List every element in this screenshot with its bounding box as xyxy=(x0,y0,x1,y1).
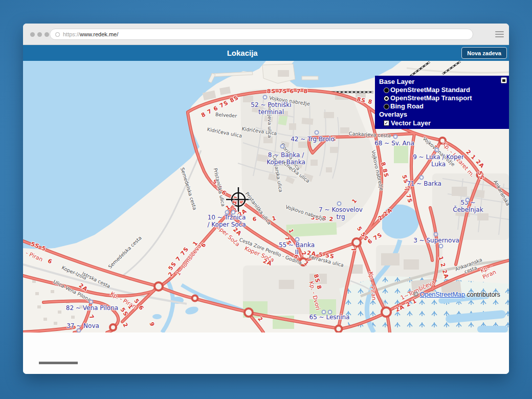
base-layer-label: OpenStreetMap Transport xyxy=(390,94,472,102)
url-scheme: https:// xyxy=(63,31,80,37)
site-icon xyxy=(55,32,60,37)
overlay-options: ✓Vector Layer xyxy=(378,119,509,127)
attribution-copyright: © xyxy=(413,291,418,298)
base-layer-label: OpenStreetMap Standard xyxy=(390,86,470,94)
radio-icon[interactable] xyxy=(384,87,389,93)
page-footer xyxy=(23,332,509,374)
hamburger-icon xyxy=(495,31,504,32)
layer-switcher-panel: Base Layer OpenStreetMap StandardOpenStr… xyxy=(375,76,509,129)
url-text: https://www.redek.me/ xyxy=(63,31,118,37)
app-header: Lokacija Nova zadeva xyxy=(23,45,509,61)
overlays-heading: Overlays xyxy=(379,110,509,119)
attribution-suffix: contributors xyxy=(467,291,500,298)
window-control-dot[interactable] xyxy=(37,32,42,37)
browser-menu-button[interactable] xyxy=(495,30,504,38)
base-layer-options: OpenStreetMap StandardOpenStreetMap Tran… xyxy=(378,86,509,110)
base-layer-option[interactable]: OpenStreetMap Standard xyxy=(384,86,509,94)
page-title: Lokacija xyxy=(23,49,461,57)
collapse-panel-button[interactable] xyxy=(501,77,507,83)
minimize-icon xyxy=(502,79,505,82)
window-control-dot[interactable] xyxy=(30,32,35,37)
browser-chrome: https://www.redek.me/ xyxy=(23,24,509,45)
openstreetmap-link[interactable]: OpenStreetMap xyxy=(420,291,465,298)
url-input[interactable]: https://www.redek.me/ xyxy=(50,29,473,40)
overlay-option[interactable]: ✓Vector Layer xyxy=(384,119,509,127)
new-task-button[interactable]: Nova zadeva xyxy=(461,47,507,59)
hamburger-icon xyxy=(495,36,504,37)
hamburger-icon xyxy=(495,34,504,35)
base-layer-option[interactable]: OpenStreetMap Transport xyxy=(384,94,509,102)
base-layer-heading: Base Layer xyxy=(379,78,509,86)
url-host: www.redek.me/ xyxy=(80,31,118,37)
map-attribution: © OpenStreetMap contributors xyxy=(413,291,500,298)
base-layer-label: Bing Road xyxy=(390,102,424,110)
radio-icon[interactable] xyxy=(384,96,389,101)
window-control-dot[interactable] xyxy=(45,32,49,37)
radio-icon[interactable] xyxy=(384,104,389,109)
footer-placeholder-bar xyxy=(39,362,78,364)
checkbox-icon[interactable]: ✓ xyxy=(384,120,389,126)
base-layer-option[interactable]: Bing Road xyxy=(384,102,509,110)
window-controls xyxy=(30,32,49,37)
overlay-label: Vector Layer xyxy=(391,119,431,127)
browser-window: https://www.redek.me/ Lokacija Nova zade… xyxy=(23,24,509,374)
map-viewport[interactable]: Kp. - Lazaret m.Kp. - PiranKp. - PiranKp… xyxy=(23,61,509,332)
